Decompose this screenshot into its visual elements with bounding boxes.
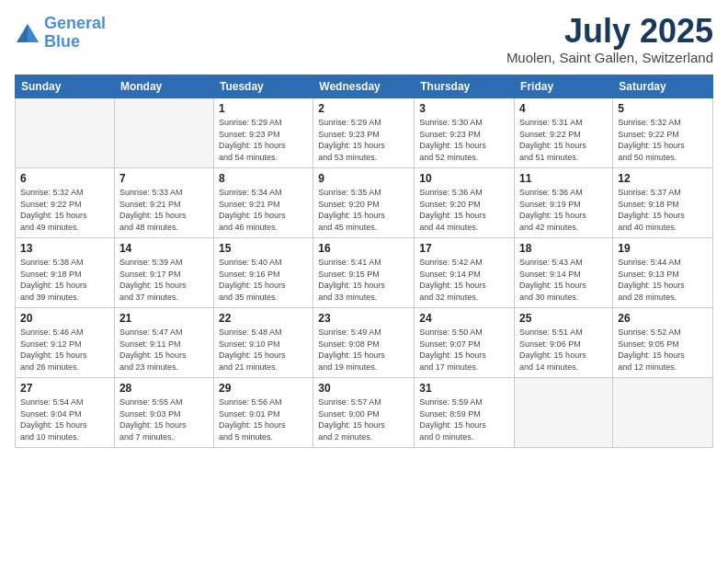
day-info: Sunrise: 5:46 AM Sunset: 9:12 PM Dayligh… [20, 327, 109, 373]
month-title: July 2025 [506, 15, 713, 48]
day-number: 4 [519, 102, 608, 115]
day-info: Sunrise: 5:44 AM Sunset: 9:13 PM Dayligh… [618, 257, 708, 303]
day-number: 22 [219, 312, 308, 325]
calendar-cell [613, 378, 713, 448]
calendar-cell: 23Sunrise: 5:49 AM Sunset: 9:08 PM Dayli… [313, 308, 415, 378]
calendar-cell [114, 98, 213, 168]
day-info: Sunrise: 5:49 AM Sunset: 9:08 PM Dayligh… [318, 327, 409, 373]
day-number: 28 [119, 382, 209, 395]
calendar-cell: 12Sunrise: 5:37 AM Sunset: 9:18 PM Dayli… [613, 168, 713, 238]
calendar-cell: 6Sunrise: 5:32 AM Sunset: 9:22 PM Daylig… [16, 168, 115, 238]
day-info: Sunrise: 5:30 AM Sunset: 9:23 PM Dayligh… [419, 117, 509, 163]
day-info: Sunrise: 5:32 AM Sunset: 9:22 PM Dayligh… [20, 187, 109, 233]
day-info: Sunrise: 5:57 AM Sunset: 9:00 PM Dayligh… [318, 396, 409, 442]
day-info: Sunrise: 5:43 AM Sunset: 9:14 PM Dayligh… [519, 257, 608, 303]
day-number: 17 [419, 242, 509, 255]
day-number: 5 [618, 102, 708, 115]
weekday-sunday: Sunday [16, 75, 115, 98]
title-block: July 2025 Muolen, Saint Gallen, Switzerl… [506, 15, 713, 65]
day-number: 25 [519, 312, 608, 325]
day-number: 7 [119, 172, 209, 185]
day-info: Sunrise: 5:48 AM Sunset: 9:10 PM Dayligh… [219, 327, 308, 373]
calendar-cell: 1Sunrise: 5:29 AM Sunset: 9:23 PM Daylig… [213, 98, 313, 168]
calendar-cell: 31Sunrise: 5:59 AM Sunset: 8:59 PM Dayli… [415, 378, 515, 448]
day-number: 10 [419, 172, 509, 185]
calendar-cell: 2Sunrise: 5:29 AM Sunset: 9:23 PM Daylig… [313, 98, 415, 168]
day-info: Sunrise: 5:59 AM Sunset: 8:59 PM Dayligh… [419, 396, 509, 442]
calendar-cell: 4Sunrise: 5:31 AM Sunset: 9:22 PM Daylig… [515, 98, 613, 168]
calendar-cell: 26Sunrise: 5:52 AM Sunset: 9:05 PM Dayli… [613, 308, 713, 378]
calendar: SundayMondayTuesdayWednesdayThursdayFrid… [15, 75, 713, 448]
day-number: 26 [618, 312, 708, 325]
day-info: Sunrise: 5:29 AM Sunset: 9:23 PM Dayligh… [219, 117, 308, 163]
calendar-cell: 22Sunrise: 5:48 AM Sunset: 9:10 PM Dayli… [213, 308, 313, 378]
day-number: 9 [318, 172, 409, 185]
day-info: Sunrise: 5:29 AM Sunset: 9:23 PM Dayligh… [318, 117, 409, 163]
day-number: 16 [318, 242, 409, 255]
day-info: Sunrise: 5:56 AM Sunset: 9:01 PM Dayligh… [219, 396, 308, 442]
calendar-cell: 17Sunrise: 5:42 AM Sunset: 9:14 PM Dayli… [415, 238, 515, 308]
day-info: Sunrise: 5:35 AM Sunset: 9:20 PM Dayligh… [318, 187, 409, 233]
calendar-cell: 24Sunrise: 5:50 AM Sunset: 9:07 PM Dayli… [415, 308, 515, 378]
day-info: Sunrise: 5:36 AM Sunset: 9:19 PM Dayligh… [519, 187, 608, 233]
day-info: Sunrise: 5:40 AM Sunset: 9:16 PM Dayligh… [219, 257, 308, 303]
day-info: Sunrise: 5:42 AM Sunset: 9:14 PM Dayligh… [419, 257, 509, 303]
calendar-cell: 7Sunrise: 5:33 AM Sunset: 9:21 PM Daylig… [114, 168, 213, 238]
day-info: Sunrise: 5:41 AM Sunset: 9:15 PM Dayligh… [318, 257, 409, 303]
calendar-cell [515, 378, 613, 448]
calendar-cell: 14Sunrise: 5:39 AM Sunset: 9:17 PM Dayli… [114, 238, 213, 308]
calendar-cell: 28Sunrise: 5:55 AM Sunset: 9:03 PM Dayli… [114, 378, 213, 448]
day-number: 6 [20, 172, 109, 185]
calendar-cell: 27Sunrise: 5:54 AM Sunset: 9:04 PM Dayli… [16, 378, 115, 448]
calendar-cell: 13Sunrise: 5:38 AM Sunset: 9:18 PM Dayli… [16, 238, 115, 308]
day-number: 2 [318, 102, 409, 115]
day-number: 29 [219, 382, 308, 395]
logo-icon [15, 22, 40, 44]
location: Muolen, Saint Gallen, Switzerland [506, 50, 713, 65]
weekday-wednesday: Wednesday [313, 75, 415, 98]
day-number: 31 [419, 382, 509, 395]
day-info: Sunrise: 5:52 AM Sunset: 9:05 PM Dayligh… [618, 327, 708, 373]
calendar-cell: 3Sunrise: 5:30 AM Sunset: 9:23 PM Daylig… [415, 98, 515, 168]
week-row-0: 1Sunrise: 5:29 AM Sunset: 9:23 PM Daylig… [16, 98, 713, 168]
day-info: Sunrise: 5:47 AM Sunset: 9:11 PM Dayligh… [119, 327, 209, 373]
calendar-cell: 19Sunrise: 5:44 AM Sunset: 9:13 PM Dayli… [613, 238, 713, 308]
day-info: Sunrise: 5:50 AM Sunset: 9:07 PM Dayligh… [419, 327, 509, 373]
day-info: Sunrise: 5:54 AM Sunset: 9:04 PM Dayligh… [20, 396, 109, 442]
day-number: 11 [519, 172, 608, 185]
calendar-cell: 20Sunrise: 5:46 AM Sunset: 9:12 PM Dayli… [16, 308, 115, 378]
weekday-tuesday: Tuesday [213, 75, 313, 98]
calendar-cell: 18Sunrise: 5:43 AM Sunset: 9:14 PM Dayli… [515, 238, 613, 308]
calendar-cell: 16Sunrise: 5:41 AM Sunset: 9:15 PM Dayli… [313, 238, 415, 308]
day-info: Sunrise: 5:38 AM Sunset: 9:18 PM Dayligh… [20, 257, 109, 303]
day-number: 24 [419, 312, 509, 325]
day-number: 13 [20, 242, 109, 255]
header: General Blue July 2025 Muolen, Saint Gal… [15, 15, 713, 65]
day-info: Sunrise: 5:34 AM Sunset: 9:21 PM Dayligh… [219, 187, 308, 233]
day-info: Sunrise: 5:32 AM Sunset: 9:22 PM Dayligh… [618, 117, 708, 163]
day-number: 27 [20, 382, 109, 395]
weekday-header-row: SundayMondayTuesdayWednesdayThursdayFrid… [16, 75, 713, 98]
day-number: 12 [618, 172, 708, 185]
calendar-cell: 15Sunrise: 5:40 AM Sunset: 9:16 PM Dayli… [213, 238, 313, 308]
day-number: 1 [219, 102, 308, 115]
calendar-cell: 30Sunrise: 5:57 AM Sunset: 9:00 PM Dayli… [313, 378, 415, 448]
day-info: Sunrise: 5:33 AM Sunset: 9:21 PM Dayligh… [119, 187, 209, 233]
day-number: 15 [219, 242, 308, 255]
calendar-cell: 25Sunrise: 5:51 AM Sunset: 9:06 PM Dayli… [515, 308, 613, 378]
day-number: 18 [519, 242, 608, 255]
week-row-3: 20Sunrise: 5:46 AM Sunset: 9:12 PM Dayli… [16, 308, 713, 378]
logo-general: General [44, 14, 106, 32]
page: General Blue July 2025 Muolen, Saint Gal… [0, 0, 728, 563]
calendar-cell: 21Sunrise: 5:47 AM Sunset: 9:11 PM Dayli… [114, 308, 213, 378]
calendar-cell: 11Sunrise: 5:36 AM Sunset: 9:19 PM Dayli… [515, 168, 613, 238]
week-row-4: 27Sunrise: 5:54 AM Sunset: 9:04 PM Dayli… [16, 378, 713, 448]
logo-blue: Blue [44, 32, 80, 51]
calendar-cell: 29Sunrise: 5:56 AM Sunset: 9:01 PM Dayli… [213, 378, 313, 448]
day-number: 21 [119, 312, 209, 325]
weekday-thursday: Thursday [415, 75, 515, 98]
weekday-monday: Monday [114, 75, 213, 98]
day-number: 14 [119, 242, 209, 255]
day-number: 23 [318, 312, 409, 325]
week-row-2: 13Sunrise: 5:38 AM Sunset: 9:18 PM Dayli… [16, 238, 713, 308]
